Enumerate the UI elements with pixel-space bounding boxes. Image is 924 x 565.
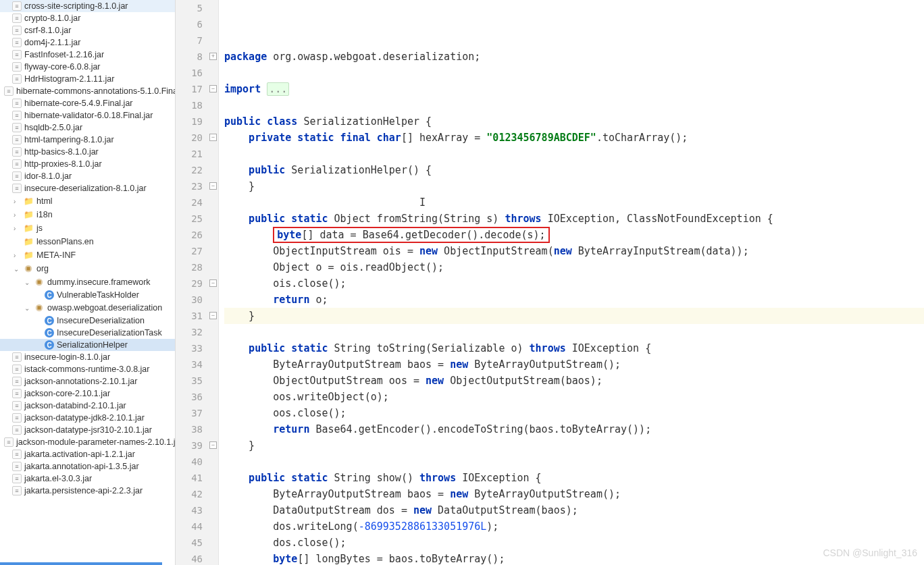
code-line[interactable]: dos.close(); [224, 535, 924, 551]
code-line[interactable]: ObjectInputStream ois = new ObjectInputS… [224, 243, 924, 259]
line-number: 16 [176, 65, 203, 81]
code-line[interactable]: DataOutputStream dos = new DataOutputStr… [224, 502, 924, 518]
tree-item-package[interactable]: ⌄org [0, 262, 175, 275]
tree-item-jar[interactable]: jackson-datatype-jsr310-2.10.1.jar [0, 424, 175, 436]
code-line[interactable] [224, 454, 924, 470]
tree-item-jar[interactable]: jackson-datatype-jdk8-2.10.1.jar [0, 412, 175, 424]
code-line[interactable]: package org.owasp.webgoat.deserializatio… [224, 49, 924, 65]
jar-icon [12, 462, 22, 471]
code-line[interactable]: } [224, 437, 924, 454]
tree-item-class[interactable]: SerializationHelper [0, 339, 175, 351]
tree-item-jar[interactable]: hibernate-commons-annotations-5.1.0.Fina… [0, 85, 175, 97]
tree-item-jar[interactable]: jakarta.activation-api-1.2.1.jar [0, 448, 175, 460]
tree-item-jar[interactable]: jackson-core-2.10.1.jar [0, 387, 175, 400]
code-line[interactable]: ByteArrayOutputStream baos = new ByteArr… [224, 486, 924, 502]
code-line[interactable]: } [224, 308, 924, 324]
tree-item-jar[interactable]: flyway-core-6.0.8.jar [0, 61, 175, 73]
tree-item-folder[interactable]: ›i18n [0, 208, 175, 221]
code-line[interactable]: public SerializationHelper() { [224, 162, 924, 178]
tree-item-folder[interactable]: ›html [0, 194, 175, 208]
code-line[interactable]: public static Object fromString(String s… [224, 211, 924, 227]
tree-item-jar[interactable]: idor-8.1.0.jar [0, 170, 175, 182]
code-line[interactable]: dos.writeLong(-8699352886133051976L); [224, 518, 924, 535]
code-line[interactable]: return o; [224, 292, 924, 308]
tree-item-jar[interactable]: hibernate-core-5.4.9.Final.jar [0, 97, 175, 109]
code-line[interactable]: byte[] longBytes = baos.toByteArray(); [224, 551, 924, 565]
tree-item-jar[interactable]: istack-commons-runtime-3.0.8.jar [0, 363, 175, 375]
code-line[interactable] [224, 146, 924, 162]
fold-toggle-icon[interactable]: − [209, 312, 217, 319]
fold-toggle-icon[interactable]: − [209, 441, 217, 449]
code-line[interactable]: ois.close(); [224, 275, 924, 292]
tree-expander-icon[interactable]: ⌄ [14, 265, 22, 273]
tree-item-jar[interactable]: jakarta.el-3.0.3.jar [0, 473, 175, 485]
tree-expander-icon[interactable]: › [14, 198, 22, 205]
code-line[interactable]: ByteArrayOutputStream baos = new ByteArr… [224, 356, 924, 373]
code-line[interactable]: oos.writeObject(o); [224, 389, 924, 405]
tree-item-folder[interactable]: ›js [0, 221, 175, 235]
tree-expander-icon[interactable]: ⌄ [24, 304, 32, 312]
code-line[interactable]: byte[] data = Base64.getDecoder().decode… [224, 227, 924, 243]
code-line[interactable]: public class SerializationHelper { [224, 113, 924, 130]
code-line[interactable]: public static String show() throws IOExc… [224, 470, 924, 486]
fold-column[interactable]: +−−−−−− [208, 0, 219, 565]
tree-item-class[interactable]: InsecureDeserializationTask [0, 327, 175, 339]
jar-icon [12, 450, 22, 459]
tree-item-jar[interactable]: insecure-deserialization-8.1.0.jar [0, 182, 175, 194]
tree-item-jar[interactable]: html-tampering-8.1.0.jar [0, 134, 175, 146]
tree-item-jar[interactable]: FastInfoset-1.2.16.jar [0, 49, 175, 61]
tree-item-jar[interactable]: jackson-databind-2.10.1.jar [0, 400, 175, 412]
code-line[interactable]: oos.close(); [224, 405, 924, 421]
tree-item-jar[interactable]: hibernate-validator-6.0.18.Final.jar [0, 109, 175, 122]
tree-item-package[interactable]: ⌄dummy.insecure.framework [0, 275, 175, 289]
code-area[interactable]: package org.owasp.webgoat.deserializatio… [219, 0, 924, 565]
code-line[interactable]: I [224, 194, 924, 211]
project-tree[interactable]: cross-site-scripting-8.1.0.jarcrypto-8.1… [0, 0, 175, 497]
tree-expander-icon[interactable]: › [14, 225, 22, 232]
tree-item-jar[interactable]: insecure-login-8.1.0.jar [0, 351, 175, 363]
tree-item-jar[interactable]: http-proxies-8.1.0.jar [0, 158, 175, 170]
code-line[interactable] [224, 324, 924, 340]
code-line[interactable]: } [224, 178, 924, 194]
tree-item-jar[interactable]: jackson-annotations-2.10.1.jar [0, 375, 175, 387]
tree-item-jar[interactable]: jakarta.persistence-api-2.2.3.jar [0, 485, 175, 497]
tree-item-jar[interactable]: HdrHistogram-2.1.11.jar [0, 73, 175, 85]
code-line[interactable]: public static String toString(Serializab… [224, 340, 924, 356]
tree-item-jar[interactable]: jakarta.annotation-api-1.3.5.jar [0, 460, 175, 473]
tree-expander-icon[interactable]: ⌄ [24, 279, 32, 286]
code-line[interactable]: Object o = ois.readObject(); [224, 259, 924, 275]
code-line[interactable]: private static final char[] hexArray = "… [224, 130, 924, 146]
code-line[interactable] [224, 97, 924, 113]
code-line[interactable] [224, 65, 924, 81]
fold-toggle-icon[interactable]: − [209, 134, 217, 141]
tree-item-folder[interactable]: ›META-INF [0, 248, 175, 262]
tree-item-package[interactable]: ⌄owasp.webgoat.deserialization [0, 301, 175, 315]
tree-item-jar[interactable]: crypto-8.1.0.jar [0, 12, 175, 24]
project-tree-panel[interactable]: cross-site-scripting-8.1.0.jarcrypto-8.1… [0, 0, 176, 565]
tree-expander-icon[interactable]: › [14, 211, 22, 219]
keyword-token: new [419, 245, 438, 257]
fold-toggle-icon[interactable]: − [209, 279, 217, 287]
code-line[interactable]: return Base64.getEncoder().encodeToStrin… [224, 421, 924, 437]
tree-item-jar[interactable]: csrf-8.1.0.jar [0, 24, 175, 36]
folded-import-icon[interactable]: ... [267, 82, 289, 96]
tree-item-class[interactable]: InsecureDeserialization [0, 315, 175, 327]
tree-item-jar[interactable]: hsqldb-2.5.0.jar [0, 122, 175, 134]
tree-item-label: dom4j-2.1.1.jar [24, 38, 80, 47]
line-number: 21 [176, 146, 203, 162]
code-line[interactable]: import ... [224, 81, 924, 97]
code-line[interactable]: ObjectOutputStream oos = new ObjectOutpu… [224, 373, 924, 389]
tree-item-class[interactable]: VulnerableTaskHolder [0, 289, 175, 301]
fold-toggle-icon[interactable]: − [209, 182, 217, 190]
tree-item-folder[interactable]: lessonPlans.en [0, 235, 175, 248]
tree-item-jar[interactable]: http-basics-8.1.0.jar [0, 146, 175, 158]
code-line[interactable] [224, 32, 924, 49]
fold-toggle-icon[interactable]: + [209, 53, 217, 60]
tree-expander-icon[interactable]: › [14, 252, 22, 259]
fold-toggle-icon[interactable]: − [209, 85, 217, 92]
tree-item-jar[interactable]: jackson-module-parameter-names-2.10.1.ja… [0, 436, 175, 448]
svg-rect-3 [37, 280, 41, 284]
tree-item-jar[interactable]: dom4j-2.1.1.jar [0, 36, 175, 49]
code-editor[interactable]: 5678161718192021222324252627282930313233… [176, 0, 924, 565]
tree-item-jar[interactable]: cross-site-scripting-8.1.0.jar [0, 0, 175, 12]
